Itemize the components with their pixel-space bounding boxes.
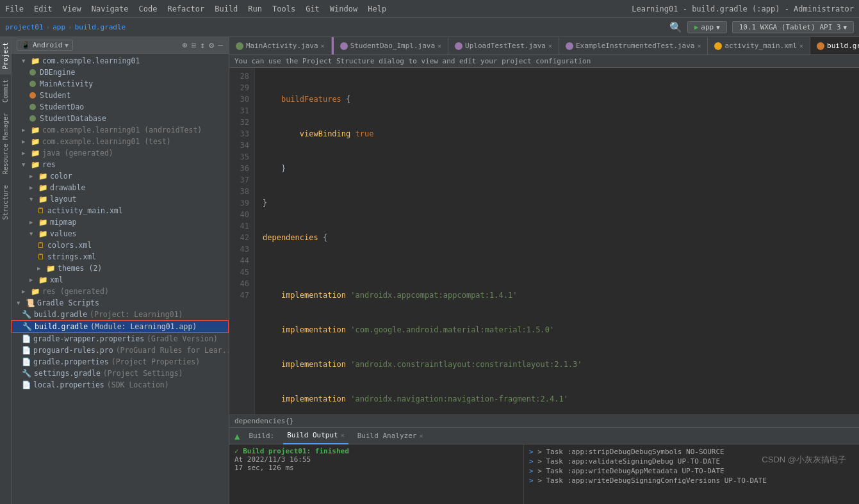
tree-item-androidtest[interactable]: ▶ 📁 com.example.learning01 (androidTest) <box>12 124 229 136</box>
tree-item-mainactivity[interactable]: MainActivity <box>12 78 229 90</box>
search-everywhere-icon[interactable]: 🔍 <box>669 21 682 33</box>
menu-bar: File Edit View Navigate Code Refactor Bu… <box>0 0 859 18</box>
breadcrumb: project01 › app › build.gradle <box>5 23 126 31</box>
tab-mainactivity[interactable]: MainActivity.java ✕ <box>229 37 332 55</box>
tree-item-build-gradle-app[interactable]: 🔧 build.gradle (Module: Learning01.app) <box>12 320 229 333</box>
bottom-tab-build[interactable]: Build: <box>245 428 278 444</box>
tree-item-root-package[interactable]: ▼ 📁 com.example.learning01 <box>12 55 229 67</box>
tree-item-color[interactable]: ▶ 📁 color <box>12 170 229 182</box>
tree-item-drawable[interactable]: ▶ 📁 drawable <box>12 182 229 193</box>
task-line-3: > > Task :app:writeDebugAppMetadata UP-T… <box>529 466 859 476</box>
left-sidebar: Project Commit Resource Manager Structur… <box>0 37 12 504</box>
tree-item-proguard[interactable]: 📄 proguard-rules.pro (ProGuard Rules for… <box>12 345 229 356</box>
menu-view[interactable]: View <box>63 4 81 13</box>
tab-activity-main-xml[interactable]: activity_main.xml ✕ <box>708 37 810 55</box>
menu-tools[interactable]: Tools <box>272 4 295 13</box>
sidebar-resource-label[interactable]: Resource Manager <box>0 108 11 179</box>
tree-item-themes[interactable]: ▶ 📁 themes (2) <box>12 263 229 274</box>
device-selector-button[interactable]: 10.1 WXGA (Tablet) API 3 ▼ <box>732 21 854 33</box>
tab-close-instrumented[interactable]: ✕ <box>697 42 701 49</box>
menu-window[interactable]: Window <box>330 4 357 13</box>
info-bar: You can use the Project Structure dialog… <box>229 55 859 68</box>
menu-help[interactable]: Help <box>368 4 386 13</box>
menu-edit[interactable]: Edit <box>34 4 53 13</box>
build-tasks-panel: > > Task :app:stripDebugDebugSymbols NO-… <box>524 444 859 504</box>
menu-git[interactable]: Git <box>306 4 320 13</box>
tree-item-java-gen[interactable]: ▶ 📁 java (generated) <box>12 147 229 159</box>
menu-run[interactable]: Run <box>248 4 262 13</box>
tree-item-gradle-wrapper[interactable]: 📄 gradle-wrapper.properties (Gradle Vers… <box>12 333 229 345</box>
breadcrumb-app[interactable]: app <box>53 23 65 31</box>
tree-item-dbengine[interactable]: DBEngine <box>12 67 229 78</box>
tree-item-values[interactable]: ▼ 📁 values <box>12 228 229 240</box>
tree-item-xml[interactable]: ▶ 📁 xml <box>12 274 229 286</box>
tree-item-layout[interactable]: ▼ 📁 layout <box>12 193 229 205</box>
tabs-bar: MainActivity.java ✕ StudentDao_Impl.java… <box>229 37 859 55</box>
bottom-content: ✓ Build project01: finished At 2022/11/3… <box>229 444 859 504</box>
tree-item-gradle-scripts[interactable]: ▼ 📜 Gradle Scripts <box>12 297 229 309</box>
build-duration: 17 sec, 126 ms <box>234 464 518 472</box>
bottom-tabs: ▲ Build: Build Output ✕ Build Analyzer ✕ <box>229 428 859 444</box>
collapse-icon[interactable]: — <box>217 40 224 51</box>
tree-item-strings-xml[interactable]: 🗒 strings.xml <box>12 251 229 263</box>
code-editor[interactable]: 28 29 30 31 32 33 34 35 36 37 38 39 40 4… <box>229 68 859 414</box>
tree-item-test[interactable]: ▶ 📁 com.example.learning01 (test) <box>12 136 229 147</box>
tab-close-activity-xml[interactable]: ✕ <box>799 42 803 49</box>
toolbar: project01 › app › build.gradle 🔍 ▶ app ▼… <box>0 18 859 37</box>
tree-item-res-gen[interactable]: ▶ 📁 res (generated) <box>12 286 229 297</box>
bottom-breadcrumb: dependencies{} <box>229 414 859 427</box>
tab-build-gradle-app[interactable]: build.gradle (:app) ✕ <box>810 37 859 55</box>
bottom-panel: ▲ Build: Build Output ✕ Build Analyzer ✕ <box>229 427 859 504</box>
file-tree: ▼ 📁 com.example.learning01 DBEngine Main… <box>12 54 229 504</box>
menu-file[interactable]: File <box>5 4 24 13</box>
tree-item-colors-xml[interactable]: 🗒 colors.xml <box>12 240 229 251</box>
run-config-button[interactable]: ▶ app ▼ <box>687 21 727 33</box>
build-up-arrow[interactable]: ▲ <box>234 431 240 441</box>
add-icon[interactable]: ⊕ <box>182 40 188 51</box>
watermark: CSDN @小灰灰搞电子 <box>762 454 846 466</box>
project-panel-header: 📱 Android ▼ ⊕ ≡ ↕ ⚙ — <box>12 37 229 54</box>
tree-item-build-gradle-project[interactable]: 🔧 build.gradle (Project: Learning01) <box>12 309 229 320</box>
menu-refactor[interactable]: Refactor <box>167 4 204 13</box>
breadcrumb-file[interactable]: build.gradle <box>75 23 126 31</box>
tree-item-settings-gradle[interactable]: 🔧 settings.gradle (Project Settings) <box>12 368 229 379</box>
editor-area: MainActivity.java ✕ StudentDao_Impl.java… <box>229 37 859 504</box>
tree-item-local-props[interactable]: 📄 local.properties (SDK Location) <box>12 379 229 391</box>
settings-icon[interactable]: ⚙ <box>208 40 215 51</box>
tree-item-activity-main-xml[interactable]: 🗒 activity_main.xml <box>12 205 229 216</box>
tab-studentdao-impl[interactable]: StudentDao_Impl.java ✕ <box>332 37 448 55</box>
tab-close-mainactivity[interactable]: ✕ <box>321 42 325 49</box>
tree-item-studentdao[interactable]: StudentDao <box>12 101 229 113</box>
task-line-4: > > Task :app:writeDebugSigningConfigVer… <box>529 476 859 485</box>
project-panel: 📱 Android ▼ ⊕ ≡ ↕ ⚙ — ▼ 📁 com.e <box>12 37 229 504</box>
tree-item-gradle-props[interactable]: 📄 gradle.properties (Project Properties) <box>12 356 229 368</box>
code-content[interactable]: buildFeatures { viewBinding true } } dep… <box>255 68 859 414</box>
tree-item-studentdb[interactable]: StudentDatabase <box>12 113 229 124</box>
tree-item-res[interactable]: ▼ 📁 res <box>12 159 229 170</box>
tree-item-student[interactable]: Student <box>12 90 229 101</box>
build-output-close[interactable]: ✕ <box>341 432 345 439</box>
panel-icons: ⊕ ≡ ↕ ⚙ — <box>182 40 224 51</box>
android-view-dropdown[interactable]: 📱 Android ▼ <box>17 40 73 51</box>
build-time: At 2022/11/3 16:55 <box>234 455 518 464</box>
menu-code[interactable]: Code <box>139 4 158 13</box>
menu-navigate[interactable]: Navigate <box>92 4 129 13</box>
sidebar-project-label[interactable]: Project <box>0 37 11 74</box>
sort-icon[interactable]: ↕ <box>200 40 206 51</box>
tab-close-studentdao[interactable]: ✕ <box>438 42 441 49</box>
tab-close-uploadtest[interactable]: ✕ <box>548 42 552 49</box>
tab-example-instrumented[interactable]: ExampleInstrumentedTest.java ✕ <box>559 37 708 55</box>
sync-icon[interactable]: ≡ <box>191 40 197 51</box>
bottom-tab-build-analyzer[interactable]: Build Analyzer ✕ <box>354 428 427 444</box>
breadcrumb-project[interactable]: project01 <box>5 23 44 31</box>
build-status: ✓ Build project01: finished <box>234 447 518 455</box>
tree-item-mipmap[interactable]: ▶ 📁 mipmap <box>12 216 229 228</box>
bottom-tab-build-output[interactable]: Build Output ✕ <box>283 428 348 444</box>
build-analyzer-close[interactable]: ✕ <box>419 432 423 439</box>
window-title: Learning01 - build.gradle (:app) - Admin… <box>632 4 854 13</box>
tab-uploadtest[interactable]: UploadTestTest.java ✕ <box>448 37 559 55</box>
menu-build[interactable]: Build <box>215 4 238 13</box>
sidebar-structure-label[interactable]: Structure <box>0 180 11 225</box>
sidebar-commit-label[interactable]: Commit <box>0 74 11 108</box>
build-result-panel: ✓ Build project01: finished At 2022/11/3… <box>229 444 524 504</box>
